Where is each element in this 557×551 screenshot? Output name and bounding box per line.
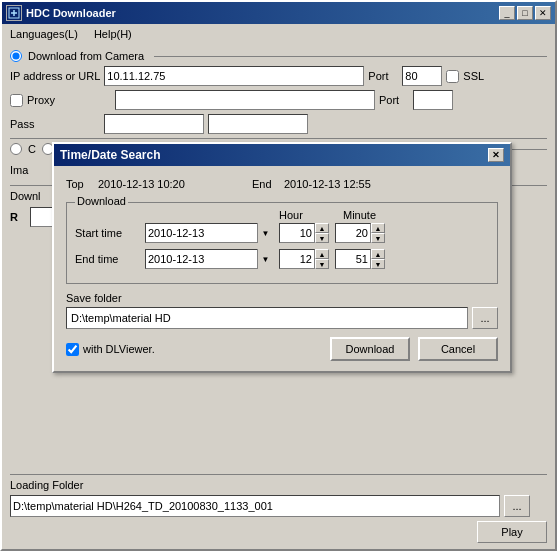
end-minute-down[interactable]: ▼	[371, 259, 385, 269]
save-folder-label: Save folder	[66, 292, 498, 304]
dl-viewer-label: with DLViewer.	[83, 343, 155, 355]
end-minute-input[interactable]	[335, 249, 371, 269]
start-minute-input[interactable]	[335, 223, 371, 243]
pass-row: Pass	[10, 114, 547, 134]
start-hour-spin: ▲ ▼	[279, 223, 329, 243]
menu-languages[interactable]: Languages(L)	[6, 26, 82, 42]
r-label: R	[10, 211, 24, 223]
loading-folder-row: ...	[10, 495, 547, 517]
main-window: HDC Downloader _ □ ✕ Languages(L) Help(H…	[0, 0, 557, 551]
close-button[interactable]: ✕	[535, 6, 551, 20]
download-button[interactable]: Download	[330, 337, 410, 361]
image-radio[interactable]	[10, 143, 22, 155]
start-hour-down[interactable]: ▼	[315, 233, 329, 243]
proxy-input[interactable]	[115, 90, 375, 110]
download-from-camera-row: Download from Camera	[10, 50, 547, 62]
end-hour-up[interactable]: ▲	[315, 249, 329, 259]
end-time-row: End time 2010-12-13 ▼ ▲ ▼	[75, 249, 489, 269]
proxy-port-input[interactable]	[413, 90, 453, 110]
end-time-label: End time	[75, 253, 139, 265]
proxy-port-label: Port	[379, 94, 409, 106]
save-folder-input[interactable]	[66, 307, 468, 329]
window-title: HDC Downloader	[26, 7, 495, 19]
start-minute-spin: ▲ ▼	[335, 223, 385, 243]
download-group: Download Hour Minute Start time 2010-12-…	[66, 202, 498, 284]
start-time-row: Start time 2010-12-13 ▼ ▲ ▼	[75, 223, 489, 243]
maximize-button[interactable]: □	[517, 6, 533, 20]
end-minute-spin: ▲ ▼	[335, 249, 385, 269]
end-hour-input[interactable]	[279, 249, 315, 269]
start-hour-spinbtns: ▲ ▼	[315, 223, 329, 243]
proxy-checkbox[interactable]	[10, 94, 23, 107]
start-hour-input[interactable]	[279, 223, 315, 243]
start-time-label: Start time	[75, 227, 139, 239]
proxy-label: Proxy	[27, 94, 111, 106]
ssl-label: SSL	[463, 70, 484, 82]
save-folder-section: Save folder ...	[66, 292, 498, 329]
dialog-body: Top End Download Hour Minute	[54, 166, 510, 371]
time-date-dialog: Time/Date Search ✕ Top End Download	[52, 142, 512, 373]
download-group-title: Download	[75, 195, 128, 207]
dialog-action-buttons: Download Cancel	[330, 337, 498, 361]
divider-1	[10, 138, 547, 139]
end-date-select[interactable]: 2010-12-13	[145, 249, 273, 269]
end-value-input	[282, 174, 422, 194]
menu-bar: Languages(L) Help(H)	[2, 24, 555, 44]
top-value-input	[96, 174, 236, 194]
pass-input[interactable]	[208, 114, 308, 134]
divider-loading	[10, 474, 547, 475]
col-headers: Hour Minute	[75, 209, 489, 221]
start-minute-up[interactable]: ▲	[371, 223, 385, 233]
cancel-button[interactable]: Cancel	[418, 337, 498, 361]
start-date-combo[interactable]: 2010-12-13 ▼	[145, 223, 273, 243]
end-minute-spinbtns: ▲ ▼	[371, 249, 385, 269]
save-folder-browse-btn[interactable]: ...	[472, 307, 498, 329]
top-field: Top	[66, 174, 236, 194]
dialog-title-bar: Time/Date Search ✕	[54, 144, 510, 166]
end-label: End	[252, 178, 276, 190]
ssl-checkbox[interactable]	[446, 70, 459, 83]
minute-col-header: Minute	[343, 209, 393, 221]
dl-viewer-checkbox[interactable]	[66, 343, 79, 356]
top-end-row: Top End	[66, 174, 498, 194]
save-folder-row: ...	[66, 307, 498, 329]
ip-label: IP address or URL	[10, 70, 100, 82]
play-button[interactable]: Play	[477, 521, 547, 543]
proxy-row: Proxy Port	[10, 90, 547, 110]
port-label: Port	[368, 70, 398, 82]
hour-col-header: Hour	[279, 209, 329, 221]
title-bar: HDC Downloader _ □ ✕	[2, 2, 555, 24]
end-hour-down[interactable]: ▼	[315, 259, 329, 269]
dl-viewer-checkbox-label[interactable]: with DLViewer.	[66, 343, 155, 356]
play-btn-row: Play	[10, 521, 547, 543]
c-label-1: C	[28, 143, 36, 155]
loading-folder-browse-btn[interactable]: ...	[504, 495, 530, 517]
start-minute-spinbtns: ▲ ▼	[371, 223, 385, 243]
pass-label: Pass	[10, 118, 100, 130]
end-hour-spinbtns: ▲ ▼	[315, 249, 329, 269]
loading-folder-input[interactable]	[10, 495, 500, 517]
user-input[interactable]	[104, 114, 204, 134]
minimize-button[interactable]: _	[499, 6, 515, 20]
dialog-title: Time/Date Search	[60, 148, 484, 162]
end-field: End	[252, 174, 422, 194]
top-label: Top	[66, 178, 90, 190]
end-minute-up[interactable]: ▲	[371, 249, 385, 259]
loading-folder-label: Loading Folder	[10, 479, 547, 491]
download-from-camera-radio[interactable]	[10, 50, 22, 62]
end-date-combo[interactable]: 2010-12-13 ▼	[145, 249, 273, 269]
window-controls: _ □ ✕	[499, 6, 551, 20]
port-input[interactable]	[402, 66, 442, 86]
dialog-close-button[interactable]: ✕	[488, 148, 504, 162]
dialog-bottom-actions: with DLViewer. Download Cancel	[66, 337, 498, 361]
loading-folder-section: Loading Folder ... Play	[2, 464, 555, 549]
ip-input[interactable]	[104, 66, 364, 86]
download-from-camera-label: Download from Camera	[28, 50, 144, 62]
menu-help[interactable]: Help(H)	[90, 26, 136, 42]
start-hour-up[interactable]: ▲	[315, 223, 329, 233]
dl-label: Downl	[10, 190, 41, 202]
start-minute-down[interactable]: ▼	[371, 233, 385, 243]
end-hour-spin: ▲ ▼	[279, 249, 329, 269]
ip-row: IP address or URL Port SSL	[10, 66, 547, 86]
start-date-select[interactable]: 2010-12-13	[145, 223, 273, 243]
